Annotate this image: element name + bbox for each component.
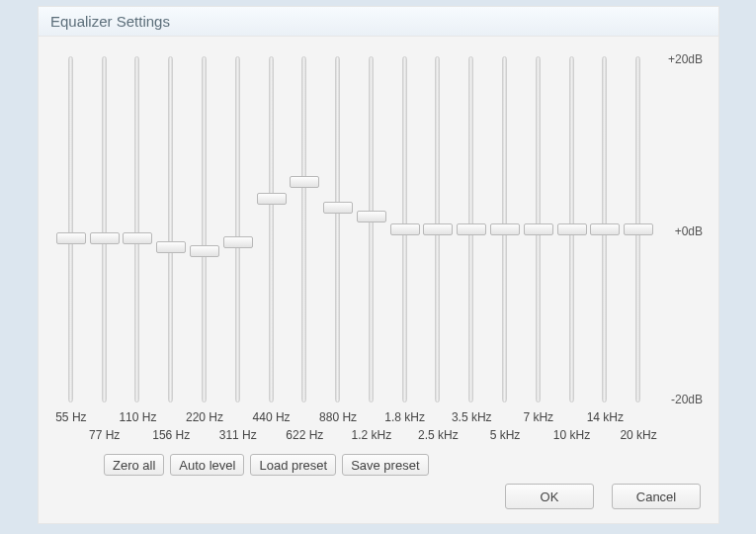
frequency-labels: 55 Hz77 Hz110 Hz156 Hz220 Hz311 Hz440 Hz…: [54, 410, 655, 446]
scale-zero-label: +0dB: [675, 224, 703, 238]
slider-track: [134, 56, 139, 402]
slider-thumb[interactable]: [323, 202, 353, 214]
load-preset-button[interactable]: Load preset: [250, 454, 336, 476]
frequency-label: 5 kHz: [490, 428, 521, 442]
eq-slider[interactable]: [188, 56, 221, 402]
frequency-label: 880 Hz: [319, 410, 357, 424]
eq-slider[interactable]: [589, 56, 623, 402]
eq-slider[interactable]: [555, 56, 589, 402]
eq-slider[interactable]: [54, 56, 88, 402]
slider-thumb[interactable]: [257, 193, 287, 205]
eq-slider[interactable]: [388, 56, 422, 402]
slider-track: [301, 56, 306, 402]
toolbar: Zero all Auto level Load preset Save pre…: [104, 454, 429, 476]
slider-thumb[interactable]: [524, 223, 553, 235]
frequency-label: 14 kHz: [587, 410, 624, 424]
eq-slider[interactable]: [221, 56, 255, 402]
eq-slider[interactable]: [522, 56, 555, 402]
slider-thumb[interactable]: [490, 223, 520, 235]
slider-track: [102, 56, 107, 402]
frequency-label: 2.5 kHz: [418, 428, 459, 442]
eq-slider[interactable]: [255, 56, 289, 402]
slider-track: [369, 56, 374, 402]
slider-track: [235, 56, 240, 402]
slider-thumb[interactable]: [423, 223, 453, 235]
slider-thumb[interactable]: [390, 223, 420, 235]
eq-slider[interactable]: [122, 56, 155, 402]
frequency-label: 7 kHz: [523, 410, 553, 424]
slider-thumb[interactable]: [557, 223, 587, 235]
frequency-label: 1.8 kHz: [384, 410, 425, 424]
slider-thumb[interactable]: [624, 223, 653, 235]
scale-max-label: +20dB: [668, 52, 703, 66]
frequency-label: 622 Hz: [286, 428, 323, 442]
save-preset-button[interactable]: Save preset: [342, 454, 428, 476]
frequency-label: 110 Hz: [119, 410, 156, 424]
eq-slider[interactable]: [88, 56, 122, 402]
frequency-label: 77 Hz: [89, 428, 120, 442]
zero-all-button[interactable]: Zero all: [104, 454, 164, 476]
equalizer-dialog: Equalizer Settings +20dB +0dB -20dB 55 H…: [38, 6, 719, 524]
eq-slider[interactable]: [488, 56, 522, 402]
equalizer-area: +20dB +0dB -20dB: [54, 56, 703, 402]
eq-slider[interactable]: [422, 56, 456, 402]
ok-button[interactable]: OK: [505, 484, 594, 509]
slider-thumb[interactable]: [123, 232, 152, 244]
eq-slider[interactable]: [355, 56, 388, 402]
auto-level-button[interactable]: Auto level: [170, 454, 244, 476]
eq-slider[interactable]: [455, 56, 488, 402]
frequency-label: 3.5 kHz: [452, 410, 492, 424]
frequency-label: 311 Hz: [219, 428, 257, 442]
eq-slider[interactable]: [288, 56, 321, 402]
slider-track: [202, 56, 207, 402]
dialog-footer: OK Cancel: [505, 484, 701, 509]
scale-min-label: -20dB: [671, 393, 703, 406]
slider-track: [269, 56, 274, 402]
eq-slider[interactable]: [154, 56, 188, 402]
frequency-label: 440 Hz: [253, 410, 291, 424]
dialog-title: Equalizer Settings: [39, 7, 718, 37]
slider-thumb[interactable]: [156, 241, 186, 253]
slider-thumb[interactable]: [457, 223, 486, 235]
slider-thumb[interactable]: [190, 245, 219, 257]
slider-thumb[interactable]: [357, 211, 386, 222]
slider-track: [335, 56, 340, 402]
cancel-button[interactable]: Cancel: [612, 484, 701, 509]
frequency-label: 10 kHz: [553, 428, 590, 442]
slider-thumb[interactable]: [56, 232, 86, 244]
slider-thumb[interactable]: [590, 223, 620, 235]
slider-thumb[interactable]: [290, 176, 319, 188]
slider-thumb[interactable]: [223, 236, 253, 248]
frequency-label: 55 Hz: [55, 410, 86, 424]
frequency-label: 1.2 kHz: [352, 428, 392, 442]
frequency-label: 156 Hz: [152, 428, 190, 442]
slider-track: [68, 56, 73, 402]
frequency-label: 220 Hz: [186, 410, 223, 424]
frequency-label: 20 kHz: [620, 428, 656, 442]
slider-thumb[interactable]: [90, 232, 120, 244]
slider-track: [168, 56, 173, 402]
eq-slider[interactable]: [622, 56, 655, 402]
eq-slider[interactable]: [321, 56, 355, 402]
slider-group: [54, 56, 655, 402]
